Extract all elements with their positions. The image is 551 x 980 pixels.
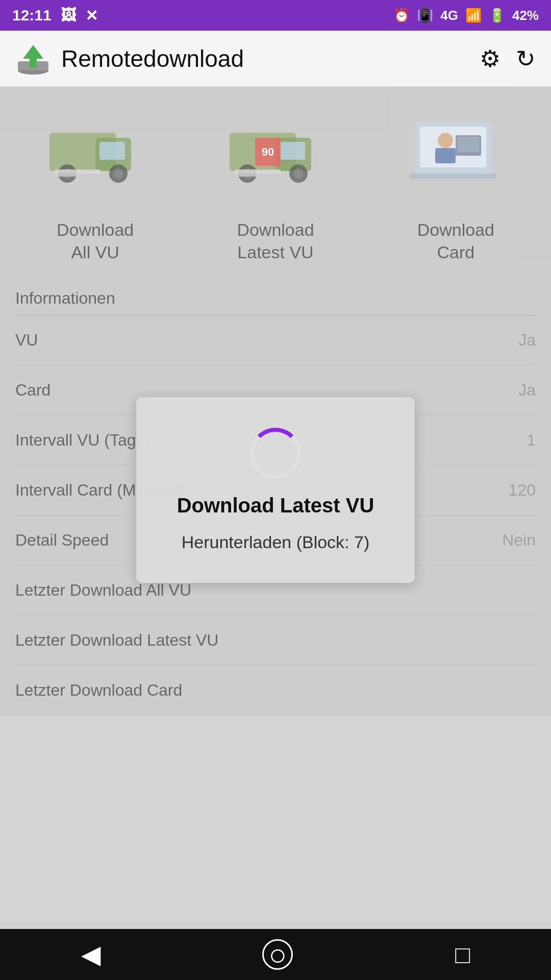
modal-overlay: Download Latest VU Herunterladen (Block:… bbox=[0, 0, 551, 980]
modal-subtitle: Herunterladen (Block: 7) bbox=[182, 532, 370, 552]
loading-spinner bbox=[250, 428, 301, 479]
modal-box: Download Latest VU Herunterladen (Block:… bbox=[136, 397, 415, 583]
modal-title: Download Latest VU bbox=[177, 494, 374, 517]
